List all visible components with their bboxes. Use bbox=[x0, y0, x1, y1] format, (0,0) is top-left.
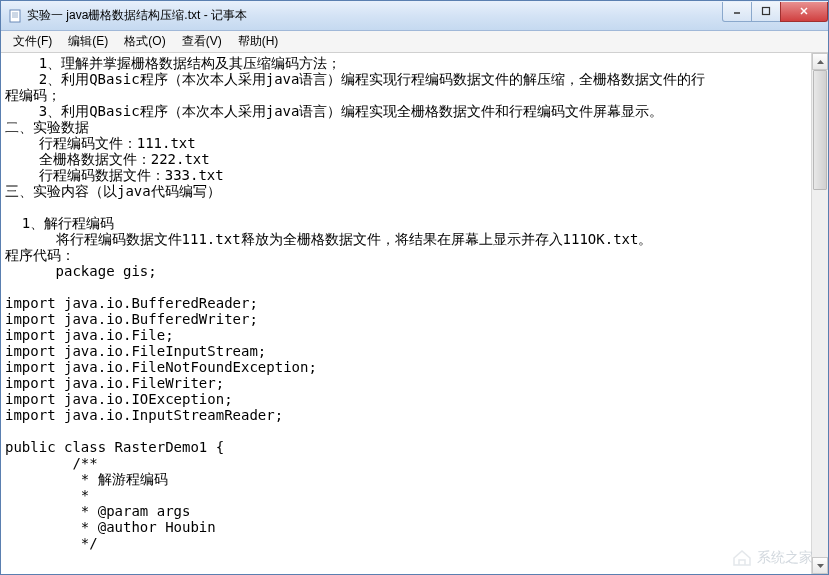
menu-edit[interactable]: 编辑(E) bbox=[60, 31, 116, 52]
minimize-button[interactable] bbox=[722, 2, 752, 22]
scroll-down-button[interactable] bbox=[812, 557, 828, 574]
window-title: 实验一 java栅格数据结构压缩.txt - 记事本 bbox=[27, 7, 723, 24]
content-area: 1、理解并掌握栅格数据结构及其压缩编码方法； 2、利用QBasic程序（本次本人… bbox=[1, 53, 828, 574]
maximize-button[interactable] bbox=[751, 2, 781, 22]
svg-marker-8 bbox=[817, 60, 824, 64]
close-button[interactable] bbox=[780, 2, 828, 22]
notepad-window: 实验一 java栅格数据结构压缩.txt - 记事本 文件(F) 编辑(E) 格… bbox=[0, 0, 829, 575]
scroll-track[interactable] bbox=[812, 70, 828, 557]
text-content[interactable]: 1、理解并掌握栅格数据结构及其压缩编码方法； 2、利用QBasic程序（本次本人… bbox=[1, 53, 811, 574]
scroll-thumb[interactable] bbox=[813, 70, 827, 190]
menubar: 文件(F) 编辑(E) 格式(O) 查看(V) 帮助(H) bbox=[1, 31, 828, 53]
svg-rect-0 bbox=[10, 10, 20, 22]
menu-format[interactable]: 格式(O) bbox=[116, 31, 173, 52]
menu-view[interactable]: 查看(V) bbox=[174, 31, 230, 52]
app-icon bbox=[7, 8, 23, 24]
window-controls bbox=[723, 2, 828, 22]
menu-help[interactable]: 帮助(H) bbox=[230, 31, 287, 52]
vertical-scrollbar[interactable] bbox=[811, 53, 828, 574]
menu-file[interactable]: 文件(F) bbox=[5, 31, 60, 52]
svg-marker-9 bbox=[817, 564, 824, 568]
scroll-up-button[interactable] bbox=[812, 53, 828, 70]
titlebar[interactable]: 实验一 java栅格数据结构压缩.txt - 记事本 bbox=[1, 1, 828, 31]
svg-rect-5 bbox=[763, 8, 770, 15]
